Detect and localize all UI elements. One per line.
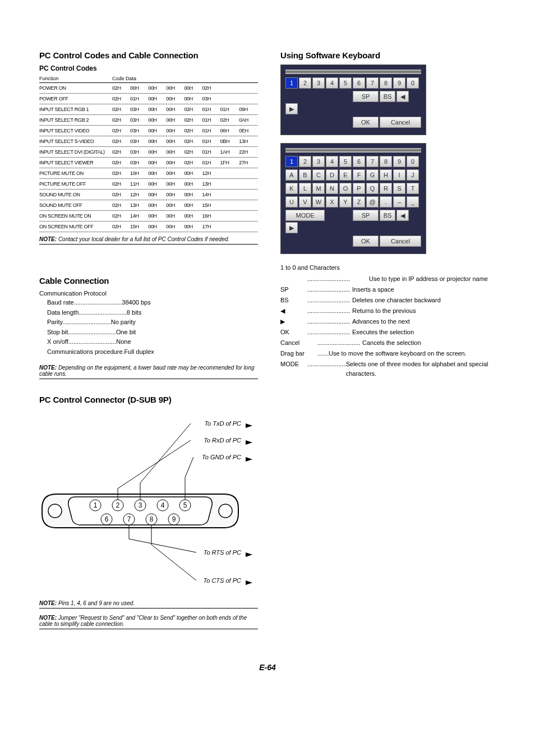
heading-pc-control-codes: PC Control Codes and Cable Connection bbox=[39, 50, 258, 60]
glossary-row: MODE ......................... Selects o… bbox=[280, 359, 496, 379]
key-j[interactable]: J bbox=[407, 169, 419, 181]
svg-point-3 bbox=[48, 504, 62, 518]
key-ok[interactable]: OK bbox=[353, 117, 379, 128]
key-h[interactable]: H bbox=[380, 169, 392, 181]
key-m[interactable]: M bbox=[312, 183, 325, 194]
table-row: INPUT SELECT S-VIDEO02H03H00H00H02H01H0B… bbox=[39, 136, 258, 147]
key-1[interactable]: 1 bbox=[285, 156, 298, 167]
key-x[interactable]: X bbox=[326, 196, 338, 208]
key-7[interactable]: 7 bbox=[366, 156, 379, 167]
key-.[interactable]: . bbox=[380, 196, 392, 208]
note-codes: NOTE: Contact your local dealer for a fu… bbox=[39, 234, 258, 245]
table-row: POWER OFF02H01H00H00H00H03H bbox=[39, 94, 258, 104]
key-9[interactable]: 9 bbox=[393, 156, 405, 167]
key-ok[interactable]: OK bbox=[353, 236, 379, 247]
connector-diagram: To TxD of PC To RxD of PC To GND of PC 1… bbox=[39, 416, 258, 596]
svg-marker-0 bbox=[246, 423, 252, 428]
key-3[interactable]: 3 bbox=[312, 156, 325, 167]
note-pins: NOTE: Pins 1, 4, 6 and 9 are no used. bbox=[39, 598, 258, 609]
key-5[interactable]: 5 bbox=[339, 156, 352, 167]
key-e[interactable]: E bbox=[339, 169, 352, 181]
key-cancel[interactable]: Cancel bbox=[380, 236, 421, 247]
key-8[interactable]: 8 bbox=[380, 156, 392, 167]
pc-control-codes-table: Function Code Data POWER ON02H00H00H00H0… bbox=[39, 75, 258, 232]
svg-marker-2 bbox=[246, 457, 252, 462]
key-d[interactable]: D bbox=[326, 169, 338, 181]
svg-text:2: 2 bbox=[116, 501, 120, 509]
key-l[interactable]: L bbox=[299, 183, 311, 194]
key-sp[interactable]: SP bbox=[353, 91, 379, 102]
table-row: INPUT SELECT DVI (DIGITAL)02H03H00H00H02… bbox=[39, 147, 258, 158]
key-q[interactable]: Q bbox=[366, 183, 379, 194]
keyboard-drag-bar[interactable] bbox=[285, 70, 421, 74]
key-5[interactable]: 5 bbox=[339, 77, 352, 89]
key-t[interactable]: T bbox=[407, 183, 419, 194]
svg-text:5: 5 bbox=[183, 501, 187, 509]
svg-text:4: 4 bbox=[161, 501, 165, 509]
table-row: PICTURE MUTE OFF02H11H00H00H00H13H bbox=[39, 179, 258, 190]
key-i[interactable]: I bbox=[393, 169, 405, 181]
diag-label-rts: To RTS of PC bbox=[204, 549, 241, 556]
key-2[interactable]: 2 bbox=[299, 156, 311, 167]
key-4[interactable]: 4 bbox=[326, 156, 338, 167]
key-6[interactable]: 6 bbox=[353, 77, 365, 89]
key-@[interactable]: @ bbox=[366, 196, 379, 208]
key-o[interactable]: O bbox=[339, 183, 352, 194]
key-–[interactable]: – bbox=[393, 196, 405, 208]
svg-marker-23 bbox=[246, 552, 252, 557]
key-4[interactable]: 4 bbox=[326, 77, 338, 89]
table-row: SOUND MUTE ON02H12H00H00H00H14H bbox=[39, 190, 258, 200]
svg-text:8: 8 bbox=[150, 515, 154, 523]
key-w[interactable]: W bbox=[312, 196, 325, 208]
key-n[interactable]: N bbox=[326, 183, 338, 194]
key-2[interactable]: 2 bbox=[299, 77, 311, 89]
glossary-row: BS ......................... Deletes one… bbox=[280, 296, 496, 305]
key-left-arrow[interactable]: ◀ bbox=[396, 210, 409, 221]
table-row: ON SCREEN MUTE OFF02H15H00H00H00H17H bbox=[39, 222, 258, 232]
key-y[interactable]: Y bbox=[339, 196, 352, 208]
key-cancel[interactable]: Cancel bbox=[380, 117, 421, 128]
spec-list: Baud rate ............................ 3… bbox=[47, 298, 258, 357]
spec-row: Data length ............................… bbox=[47, 308, 258, 318]
key-g[interactable]: G bbox=[366, 169, 379, 181]
key-9[interactable]: 9 bbox=[393, 77, 405, 89]
key-6[interactable]: 6 bbox=[353, 156, 365, 167]
key-z[interactable]: Z bbox=[353, 196, 365, 208]
key-a[interactable]: A bbox=[285, 169, 298, 181]
key-bs[interactable]: BS bbox=[380, 91, 395, 102]
table-row: SOUND MUTE OFF02H13H00H00H00H15H bbox=[39, 200, 258, 211]
key-right-arrow[interactable]: ▶ bbox=[285, 222, 298, 233]
key-left-arrow[interactable]: ◀ bbox=[396, 91, 409, 102]
key-u[interactable]: U bbox=[285, 196, 298, 208]
table-header-function: Function bbox=[39, 75, 112, 83]
key-sp[interactable]: SP bbox=[353, 210, 379, 221]
key-r[interactable]: R bbox=[380, 183, 392, 194]
svg-text:6: 6 bbox=[105, 515, 109, 523]
key-k[interactable]: K bbox=[285, 183, 298, 194]
key-mode[interactable]: MODE bbox=[285, 210, 325, 221]
diag-label-txd: To TxD of PC bbox=[204, 420, 241, 427]
key-bs[interactable]: BS bbox=[380, 210, 395, 221]
heading-software-keyboard: Using Software Keyboard bbox=[280, 50, 496, 60]
key-8[interactable]: 8 bbox=[380, 77, 392, 89]
key-s[interactable]: S bbox=[393, 183, 405, 194]
key-f[interactable]: F bbox=[353, 169, 365, 181]
heading-connector: PC Control Connector (D-SUB 9P) bbox=[39, 395, 258, 404]
key-0[interactable]: 0 bbox=[407, 77, 419, 89]
key-1[interactable]: 1 bbox=[285, 77, 298, 89]
key-3[interactable]: 3 bbox=[312, 77, 325, 89]
page-number: E-64 bbox=[39, 663, 496, 672]
key-_[interactable]: _ bbox=[407, 196, 419, 208]
key-0[interactable]: 0 bbox=[407, 156, 419, 167]
spec-row: X on/off ............................ No… bbox=[47, 337, 258, 347]
spec-row: Communications procedure . Full duplex bbox=[47, 347, 258, 357]
keyboard-drag-bar[interactable] bbox=[285, 148, 421, 153]
key-c[interactable]: C bbox=[312, 169, 325, 181]
key-b[interactable]: B bbox=[299, 169, 311, 181]
glossary-row: ◀ ......................... Returns to t… bbox=[280, 306, 496, 316]
spec-row: Baud rate ............................ 3… bbox=[47, 298, 258, 308]
key-v[interactable]: V bbox=[299, 196, 311, 208]
key-p[interactable]: P bbox=[353, 183, 365, 194]
key-right-arrow[interactable]: ▶ bbox=[285, 103, 298, 114]
key-7[interactable]: 7 bbox=[366, 77, 379, 89]
